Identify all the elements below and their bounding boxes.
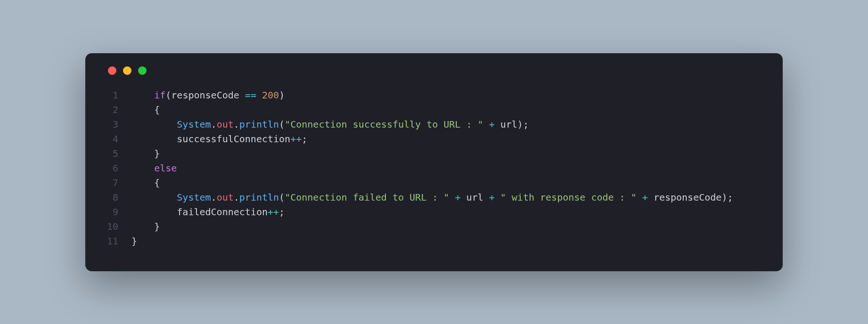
code-line: if(responseCode == 200) [131, 88, 733, 103]
code-line: System.out.println("Connection failed to… [131, 190, 733, 205]
maximize-icon[interactable] [138, 66, 147, 75]
line-number: 6 [104, 161, 118, 176]
code-line: failedConnection++; [131, 205, 733, 219]
code-line: } [131, 146, 733, 161]
line-number: 1 [104, 88, 118, 103]
line-number-gutter: 1 2 3 4 5 6 7 8 9 10 11 [104, 88, 131, 249]
code-window: 1 2 3 4 5 6 7 8 9 10 11 if(responseCode … [85, 53, 783, 271]
code-line: { [131, 176, 733, 190]
code-line: else [131, 161, 733, 176]
line-number: 5 [104, 146, 118, 161]
line-number: 9 [104, 205, 118, 219]
line-number: 10 [104, 219, 118, 234]
code-line: } [131, 219, 733, 234]
line-number: 8 [104, 190, 118, 205]
code-line: System.out.println("Connection successfu… [131, 117, 733, 132]
line-number: 7 [104, 176, 118, 190]
code-content[interactable]: if(responseCode == 200) { System.out.pri… [131, 88, 733, 249]
close-icon[interactable] [108, 66, 116, 75]
code-line: } [131, 234, 733, 249]
code-editor: 1 2 3 4 5 6 7 8 9 10 11 if(responseCode … [104, 88, 764, 249]
line-number: 4 [104, 132, 118, 146]
line-number: 2 [104, 103, 118, 117]
line-number: 3 [104, 117, 118, 132]
minimize-icon[interactable] [123, 66, 131, 75]
code-line: successfulConnection++; [131, 132, 733, 146]
line-number: 11 [104, 234, 118, 249]
window-controls [108, 66, 764, 75]
code-line: { [131, 103, 733, 117]
